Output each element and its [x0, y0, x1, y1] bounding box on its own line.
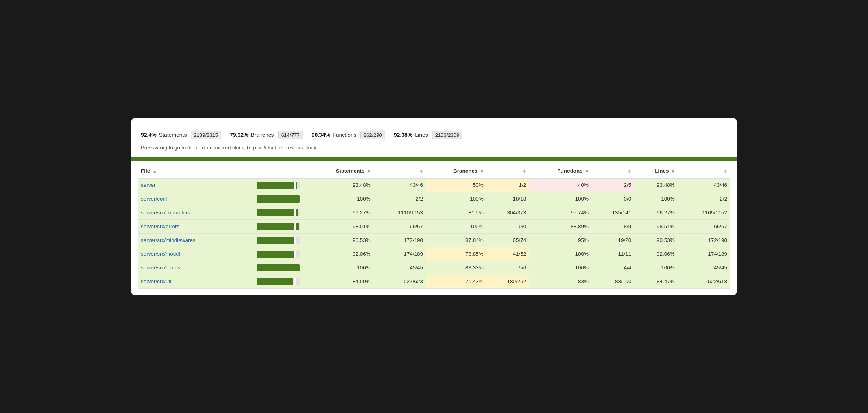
- line-frac: 66/67: [678, 219, 730, 233]
- branch-pct: 81.5%: [426, 206, 487, 219]
- stmt-pct: 98.51%: [306, 219, 374, 233]
- stmt-frac: 527/623: [374, 275, 426, 288]
- func-pct: 95%: [529, 233, 592, 247]
- branch-frac: 304/373: [487, 206, 529, 219]
- func-pct: 100%: [529, 192, 592, 206]
- file-cell: server/src/middlewares: [138, 233, 255, 247]
- file-cell: server/src/util: [138, 275, 255, 288]
- stats-row: 92.4% Statements2139/231579.02% Branches…: [141, 131, 727, 139]
- line-pct: 100%: [634, 192, 678, 206]
- branch-pct: 50%: [426, 178, 487, 192]
- bar-cell: [255, 247, 306, 261]
- file-link[interactable]: server/src/model: [141, 251, 180, 257]
- file-link[interactable]: server/src/middlewares: [141, 237, 196, 243]
- col-branch-frac[interactable]: ⇕: [487, 164, 529, 178]
- line-pct: 92.06%: [634, 247, 678, 261]
- table-row: server/src/routes100%45/4583.33%5/6100%4…: [138, 261, 730, 275]
- func-pct: 100%: [529, 261, 592, 275]
- stat-label-lines: Lines: [415, 132, 428, 138]
- line-pct: 100%: [634, 261, 678, 275]
- col-bar: [255, 164, 306, 178]
- branch-frac: 18/18: [487, 192, 529, 206]
- bar-cell: [255, 261, 306, 275]
- branch-frac: 0/0: [487, 219, 529, 233]
- branch-frac: 41/52: [487, 247, 529, 261]
- file-link[interactable]: server/src/controllers: [141, 210, 190, 216]
- func-frac: 83/100: [592, 275, 634, 288]
- branch-pct: 100%: [426, 192, 487, 206]
- branch-pct: 78.85%: [426, 247, 487, 261]
- header: 92.4% Statements2139/231579.02% Branches…: [131, 118, 737, 157]
- line-pct: 96.27%: [634, 206, 678, 219]
- branch-pct: 87.84%: [426, 233, 487, 247]
- bar-cell: [255, 219, 306, 233]
- branch-pct: 71.43%: [426, 275, 487, 288]
- main-container: 92.4% Statements2139/231579.02% Branches…: [131, 118, 737, 295]
- stmt-frac: 1110/1153: [374, 206, 426, 219]
- col-branch-pct[interactable]: Branches ⇕: [426, 164, 487, 178]
- func-pct: 95.74%: [529, 206, 592, 219]
- func-pct: 83%: [529, 275, 592, 288]
- bar-cell: [255, 233, 306, 247]
- stmt-pct: 84.59%: [306, 275, 374, 288]
- coverage-bar: [131, 157, 737, 161]
- line-frac: 1109/1152: [678, 206, 730, 219]
- func-frac: 11/11: [592, 247, 634, 261]
- coverage-table: File ▲ Statements ⇕ ⇕ Branches ⇕ ⇕ Funct…: [138, 164, 730, 289]
- stat-pct-functions: 90.34%: [312, 132, 330, 138]
- branch-pct: 83.33%: [426, 261, 487, 275]
- func-frac: 8/9: [592, 219, 634, 233]
- func-pct: 40%: [529, 178, 592, 192]
- line-frac: 174/189: [678, 247, 730, 261]
- col-stmt-frac[interactable]: ⇕: [374, 164, 426, 178]
- stat-badge-statements: 2139/2315: [191, 131, 221, 139]
- line-frac: 45/45: [678, 261, 730, 275]
- file-cell: server: [138, 178, 255, 192]
- stmt-frac: 66/67: [374, 219, 426, 233]
- table-row: server/src/model92.06%174/18978.85%41/52…: [138, 247, 730, 261]
- file-cell: server/src/errors: [138, 219, 255, 233]
- branch-pct: 100%: [426, 219, 487, 233]
- func-pct: 88.89%: [529, 219, 592, 233]
- stmt-pct: 100%: [306, 192, 374, 206]
- file-link[interactable]: server/src/util: [141, 278, 172, 284]
- line-frac: 2/2: [678, 192, 730, 206]
- stmt-pct: 96.27%: [306, 206, 374, 219]
- table-row: server/src/middlewares90.53%172/19087.84…: [138, 233, 730, 247]
- table-row: server/src/util84.59%527/62371.43%180/25…: [138, 275, 730, 288]
- stmt-frac: 2/2: [374, 192, 426, 206]
- stat-label-statements: Statements: [159, 132, 187, 138]
- stat-badge-functions: 262/290: [360, 131, 385, 139]
- col-line-frac[interactable]: ⇕: [678, 164, 730, 178]
- line-frac: 172/190: [678, 233, 730, 247]
- file-link[interactable]: server/src/errors: [141, 223, 179, 229]
- stmt-pct: 93.48%: [306, 178, 374, 192]
- branch-frac: 65/74: [487, 233, 529, 247]
- func-frac: 135/141: [592, 206, 634, 219]
- stmt-pct: 90.53%: [306, 233, 374, 247]
- line-pct: 84.47%: [634, 275, 678, 288]
- branch-frac: 1/2: [487, 178, 529, 192]
- stmt-frac: 172/190: [374, 233, 426, 247]
- table-header-row: File ▲ Statements ⇕ ⇕ Branches ⇕ ⇕ Funct…: [138, 164, 730, 178]
- bar-cell: [255, 206, 306, 219]
- file-link[interactable]: server: [141, 182, 156, 188]
- bar-cell: [255, 275, 306, 288]
- col-file[interactable]: File ▲: [138, 164, 255, 178]
- stat-pct-lines: 92.38%: [394, 132, 412, 138]
- line-pct: 93.48%: [634, 178, 678, 192]
- line-frac: 522/618: [678, 275, 730, 288]
- line-pct: 98.51%: [634, 219, 678, 233]
- func-frac: 4/4: [592, 261, 634, 275]
- col-stmt-pct[interactable]: Statements ⇕: [306, 164, 374, 178]
- col-func-frac[interactable]: ⇕: [592, 164, 634, 178]
- branch-frac: 180/252: [487, 275, 529, 288]
- file-link[interactable]: server/src/routes: [141, 265, 181, 271]
- func-frac: 2/5: [592, 178, 634, 192]
- help-text: Press n or j to go to the next uncovered…: [141, 145, 727, 151]
- col-func-pct[interactable]: Functions ⇕: [529, 164, 592, 178]
- stat-label-branches: Branches: [251, 132, 274, 138]
- func-pct: 100%: [529, 247, 592, 261]
- col-line-pct[interactable]: Lines ⇕: [634, 164, 678, 178]
- file-link[interactable]: server/conf: [141, 196, 167, 202]
